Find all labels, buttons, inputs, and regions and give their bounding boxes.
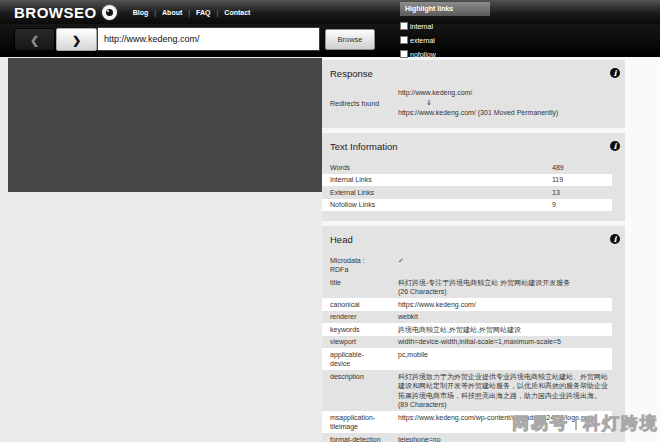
head-section-title: Head — [330, 234, 612, 245]
value-note: (26 Characters) — [398, 287, 612, 297]
page-preview-panel — [8, 58, 322, 192]
text-information-title: Text Information — [330, 141, 612, 152]
row-value: 489 — [552, 163, 612, 173]
nav-separator: | — [154, 9, 156, 16]
table-row: keywords 跨境电商独立站,外贸建站,外贸网站建设 — [322, 323, 612, 336]
row-label: External Links — [330, 188, 552, 198]
redirects-row: Redirects found http://www.kedeng.com/ ⇓… — [322, 88, 612, 118]
row-label: format-detection — [330, 435, 384, 442]
row-value: 13 — [552, 188, 612, 198]
row-label: Nofollow Links — [330, 200, 552, 210]
row-value: ✓ — [398, 256, 612, 266]
table-row: viewport width=device-width,initial-scal… — [322, 336, 612, 349]
nav-separator: | — [188, 9, 190, 16]
text-information-section: Text Information i Words 489 Internal Li… — [322, 133, 625, 221]
highlight-external-option[interactable]: external — [400, 36, 490, 44]
row-label: keywords — [330, 325, 384, 335]
redirects-value: http://www.kedeng.com/ ⇓ https://www.ked… — [398, 88, 558, 118]
table-row: applicable-device pc,mobile — [322, 348, 612, 370]
row-label: msapplication-tileimage — [330, 413, 384, 432]
internal-label: internal — [410, 23, 433, 30]
nav-link-contact[interactable]: Contact — [224, 9, 250, 16]
row-label: Microdata : RDFa — [330, 256, 384, 275]
info-icon[interactable]: i — [610, 141, 620, 151]
redirect-to-url: https://www.kedeng.com/ (301 Moved Perma… — [398, 108, 558, 118]
value-text: 科灯跨境-专注于跨境电商独立站 外贸网站建设开发服务 — [398, 278, 612, 288]
back-button[interactable]: ❮ — [14, 28, 55, 51]
watermark: 网易号 科灯跨境 — [512, 412, 659, 435]
row-label: applicable-device — [330, 350, 384, 369]
seo-report-panel: Response i Redirects found http://www.ke… — [322, 57, 625, 442]
right-margin — [625, 57, 660, 442]
highlight-links-panel: Highlight links internal external nofoll… — [400, 2, 490, 58]
browseo-logo[interactable]: BROWSEO — [14, 4, 97, 21]
eye-icon — [102, 5, 117, 20]
external-checkbox[interactable] — [400, 36, 408, 44]
row-value: width=device-width,initial-scale=1,maxim… — [398, 337, 612, 347]
nofollow-label: nofollow — [410, 51, 436, 58]
highlight-nofollow-option[interactable]: nofollow — [400, 50, 490, 58]
top-bar: BROWSEO Blog | About | FAQ | Contact — [0, 0, 660, 24]
nofollow-checkbox[interactable] — [400, 50, 408, 58]
highlight-internal-option[interactable]: internal — [400, 22, 490, 30]
top-nav: Blog | About | FAQ | Contact — [133, 9, 251, 16]
table-row: External Links 13 — [322, 186, 612, 199]
nav-separator: | — [217, 9, 219, 16]
row-label: canonical — [330, 300, 384, 310]
nav-link-about[interactable]: About — [162, 9, 182, 16]
row-label: renderer — [330, 312, 384, 322]
response-section-title: Response — [330, 68, 612, 79]
info-icon[interactable]: i — [610, 234, 620, 244]
watermark-divider — [575, 417, 577, 430]
response-section: Response i Redirects found http://www.ke… — [322, 60, 625, 128]
watermark-account: 科灯跨境 — [583, 412, 659, 435]
table-row: title 科灯跨境-专注于跨境电商独立站 外贸网站建设开发服务 (26 Cha… — [322, 276, 612, 298]
checkmark-icon: ✓ — [398, 256, 612, 266]
redirect-from-url: http://www.kedeng.com/ — [398, 88, 558, 98]
url-input[interactable] — [97, 27, 320, 51]
back-arrow-icon: ❮ — [30, 34, 39, 46]
external-label: external — [410, 37, 435, 44]
table-row: description 科灯跨境致力于为外贸企业提供专业跨境电商独立站建站、外贸… — [322, 370, 612, 411]
row-label: title — [330, 278, 384, 288]
table-row: Words 489 — [322, 161, 612, 174]
nav-link-faq[interactable]: FAQ — [196, 9, 210, 16]
browse-button[interactable]: Browse — [325, 29, 375, 50]
row-value: telephone=no — [398, 435, 612, 442]
nav-link-blog[interactable]: Blog — [133, 9, 149, 16]
row-value: https://www.kedeng.com/ — [398, 300, 612, 310]
row-value: 科灯跨境致力于为外贸企业提供专业跨境电商独立站建站、外贸网站建设和网站定制开发等… — [398, 372, 612, 410]
row-value: 科灯跨境-专注于跨境电商独立站 外贸网站建设开发服务 (26 Character… — [398, 278, 612, 297]
watermark-platform: 网易号 — [512, 412, 569, 435]
row-value: 119 — [552, 175, 612, 185]
info-icon[interactable]: i — [610, 68, 620, 78]
redirects-label: Redirects found — [330, 100, 398, 107]
forward-arrow-icon: ❯ — [72, 34, 81, 46]
table-row: canonical https://www.kedeng.com/ — [322, 298, 612, 311]
head-section: Head i Microdata : RDFa ✓ title 科灯跨境-专注于… — [322, 226, 625, 442]
row-value: webkit — [398, 312, 612, 322]
row-label: description — [330, 372, 384, 382]
table-row: renderer webkit — [322, 311, 612, 324]
redirect-arrow-icon: ⇓ — [398, 98, 558, 108]
table-row: Microdata : RDFa ✓ — [322, 254, 612, 276]
value-note: (89 Characters) — [398, 400, 612, 410]
row-value: pc,mobile — [398, 350, 612, 360]
row-label: viewport — [330, 337, 384, 347]
row-value: 9 — [552, 200, 612, 210]
highlight-links-header: Highlight links — [400, 2, 490, 16]
table-row: Internal Links 119 — [322, 174, 612, 187]
browser-toolbar: ❮ ❯ Browse — [0, 24, 660, 57]
forward-button[interactable]: ❯ — [56, 28, 97, 51]
row-label: Words — [330, 163, 552, 173]
table-row: Nofollow Links 9 — [322, 199, 612, 212]
value-text: 科灯跨境致力于为外贸企业提供专业跨境电商独立站建站、外贸网站建设和网站定制开发等… — [398, 372, 612, 401]
internal-checkbox[interactable] — [400, 22, 408, 30]
row-label: Internal Links — [330, 175, 552, 185]
row-value: 跨境电商独立站,外贸建站,外贸网站建设 — [398, 325, 612, 335]
